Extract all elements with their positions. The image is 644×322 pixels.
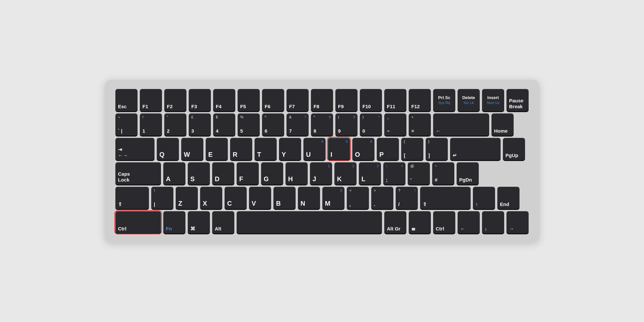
key-main-label: ↵	[453, 153, 457, 158]
key-topright-char: 1	[328, 164, 330, 168]
key-g[interactable]: G	[261, 162, 283, 184]
key-n[interactable]: N	[298, 187, 320, 209]
key-q[interactable]: Q	[157, 138, 179, 160]
key-main-char: K	[337, 175, 342, 183]
key-topright-char: 5	[346, 139, 348, 144]
key-o[interactable]: 6O	[352, 138, 374, 160]
key-d[interactable]: D	[212, 162, 234, 184]
key-end[interactable]: End	[497, 187, 520, 209]
key-f12[interactable]: F12	[409, 89, 431, 111]
key-super[interactable]: ⌘	[188, 211, 210, 233]
key-2[interactable]: "2	[164, 113, 186, 136]
key-rshift[interactable]: ⇧	[420, 187, 471, 209]
key-backspace[interactable]: ←	[433, 113, 489, 136]
key-e[interactable]: E	[206, 138, 228, 160]
key-x[interactable]: X	[200, 187, 222, 209]
key-lbracket[interactable]: {[	[401, 138, 423, 160]
key-main-label: Ctrl	[436, 226, 444, 232]
key-topright-char: 3	[377, 164, 379, 168]
key-lctrl[interactable]: Ctrl	[115, 211, 161, 233]
key-z[interactable]: Z	[176, 187, 198, 209]
key-prtsc[interactable]: Prt ScSys Rq	[433, 89, 455, 111]
key-k[interactable]: 2K	[334, 162, 357, 184]
key-lshift[interactable]: ⇧	[115, 187, 149, 209]
key-backtick[interactable]: ¬` |	[115, 113, 138, 136]
key-pgdn[interactable]: PgDn	[457, 162, 479, 184]
key-4[interactable]: $4	[213, 113, 235, 136]
key-home[interactable]: Home	[491, 113, 514, 136]
key-rbracket[interactable]: }]	[426, 138, 448, 160]
key-delete[interactable]: DeleteScr Lk	[458, 89, 480, 111]
key-pause[interactable]: Pause Break	[506, 89, 529, 111]
key-c[interactable]: C	[225, 187, 247, 209]
key-tab[interactable]: ⇥ ←→	[115, 138, 154, 160]
key-f9[interactable]: F9	[335, 89, 358, 111]
key-lalt[interactable]: Alt	[212, 211, 234, 233]
key-rightarrow[interactable]: →	[506, 211, 529, 233]
key-main-char: I	[330, 151, 332, 158]
key-top-char: _	[387, 115, 389, 119]
key-quote[interactable]: @'	[408, 162, 430, 184]
key-f1[interactable]: F1	[140, 89, 162, 111]
key-topright-char: 4	[321, 139, 323, 144]
key-p[interactable]: P	[377, 138, 399, 160]
key-f[interactable]: F	[237, 162, 259, 184]
key-f4[interactable]: F4	[213, 89, 235, 111]
key-hash[interactable]: ~#	[432, 162, 454, 184]
key-v[interactable]: V	[249, 187, 271, 209]
key-t[interactable]: T	[255, 138, 277, 160]
key-rctrl[interactable]: Ctrl	[433, 211, 455, 233]
key-semicolon[interactable]: +:;	[383, 162, 405, 184]
key-6[interactable]: ^6	[262, 113, 284, 136]
key-f10[interactable]: F10	[360, 89, 382, 111]
key-uparrow[interactable]: ↑	[473, 187, 495, 209]
key-f7[interactable]: F7	[286, 89, 309, 111]
key-s[interactable]: S	[188, 162, 210, 184]
key-r[interactable]: R	[230, 138, 252, 160]
key-main-label: Pause Break	[509, 98, 523, 110]
key-row-row-ctrl: CtrlFn⌘AltAlt Gr≣Ctrl←↓→	[115, 211, 529, 233]
key-f5[interactable]: F5	[238, 89, 260, 111]
key-f8[interactable]: F8	[311, 89, 333, 111]
key-b[interactable]: B	[273, 187, 296, 209]
key-backslash[interactable]: \|	[151, 187, 173, 209]
key-i[interactable]: 5I	[328, 138, 350, 160]
key-fn[interactable]: Fn	[163, 211, 185, 233]
key-a[interactable]: A	[163, 162, 185, 184]
key-space[interactable]	[237, 211, 382, 233]
key-u[interactable]: 4U	[303, 138, 326, 160]
key-minus[interactable]: _−	[384, 113, 406, 136]
key-l[interactable]: 3L	[359, 162, 381, 184]
key-capslock[interactable]: Caps Lock	[115, 162, 161, 184]
key-7[interactable]: 7&7	[286, 113, 309, 136]
key-insert[interactable]: InsertNum Lk	[482, 89, 504, 111]
key-0[interactable]: *)0	[360, 113, 382, 136]
key-h[interactable]: H	[285, 162, 308, 184]
key-3[interactable]: £3	[189, 113, 211, 136]
key-downarrow[interactable]: ↓	[482, 211, 504, 233]
key-f6[interactable]: F6	[262, 89, 284, 111]
key-j[interactable]: 1J	[310, 162, 332, 184]
key-comma[interactable]: <,	[347, 187, 369, 209]
key-slash[interactable]: /?/	[396, 187, 418, 209]
key-1[interactable]: !1	[140, 113, 162, 136]
key-pgup[interactable]: PgUp	[503, 138, 525, 160]
key-enter[interactable]: ↵	[450, 138, 501, 160]
key-f2[interactable]: F2	[164, 89, 186, 111]
key-equals[interactable]: +=	[409, 113, 431, 136]
key-w[interactable]: W	[181, 138, 203, 160]
key-menu[interactable]: ≣	[409, 211, 431, 233]
key-f11[interactable]: F11	[384, 89, 406, 111]
key-period[interactable]: >.	[371, 187, 393, 209]
key-altgr[interactable]: Alt Gr	[384, 211, 406, 233]
key-9[interactable]: 9(9	[335, 113, 358, 136]
key-esc[interactable]: Esc	[115, 89, 138, 111]
key-leftarrow[interactable]: ←	[458, 211, 480, 233]
key-f3[interactable]: F3	[189, 89, 211, 111]
key-y[interactable]: Y	[279, 138, 301, 160]
key-m[interactable]: 0M	[322, 187, 344, 209]
keyboard: EscF1F2F3F4F5F6F7F8F9F10F11F12Prt ScSys …	[115, 89, 529, 233]
key-5[interactable]: %5	[238, 113, 260, 136]
key-main-label: E	[208, 151, 212, 158]
key-8[interactable]: 8*8	[311, 113, 333, 136]
